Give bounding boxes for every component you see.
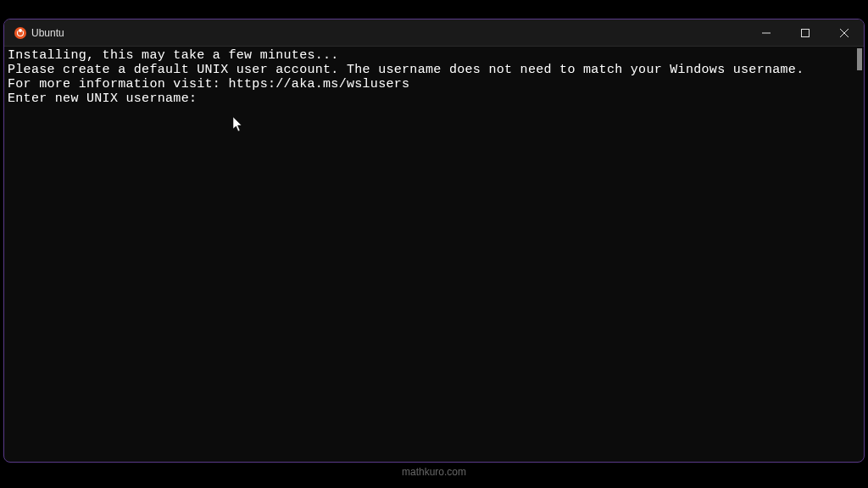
terminal-window: Ubuntu Installing, this may take a few m… <box>3 19 865 463</box>
minimize-button[interactable] <box>747 19 786 46</box>
maximize-button[interactable] <box>786 19 825 46</box>
terminal-line: For more information visit: https://aka.… <box>8 77 860 92</box>
tab-title: Ubuntu <box>31 27 64 39</box>
terminal-body[interactable]: Installing, this may take a few minutes.… <box>4 47 864 462</box>
svg-rect-1 <box>802 29 810 36</box>
ubuntu-icon <box>14 27 26 39</box>
watermark: mathkuro.com <box>402 466 466 478</box>
terminal-line: Please create a default UNIX user accoun… <box>8 63 860 77</box>
close-button[interactable] <box>825 19 864 46</box>
scrollbar-thumb[interactable] <box>857 48 862 70</box>
mouse-cursor-icon <box>233 117 245 136</box>
terminal-prompt: Enter new UNIX username: <box>8 92 860 106</box>
window-controls <box>747 19 864 46</box>
terminal-line: Installing, this may take a few minutes.… <box>8 48 860 63</box>
tab-ubuntu[interactable]: Ubuntu <box>4 19 75 46</box>
titlebar: Ubuntu <box>4 19 864 47</box>
